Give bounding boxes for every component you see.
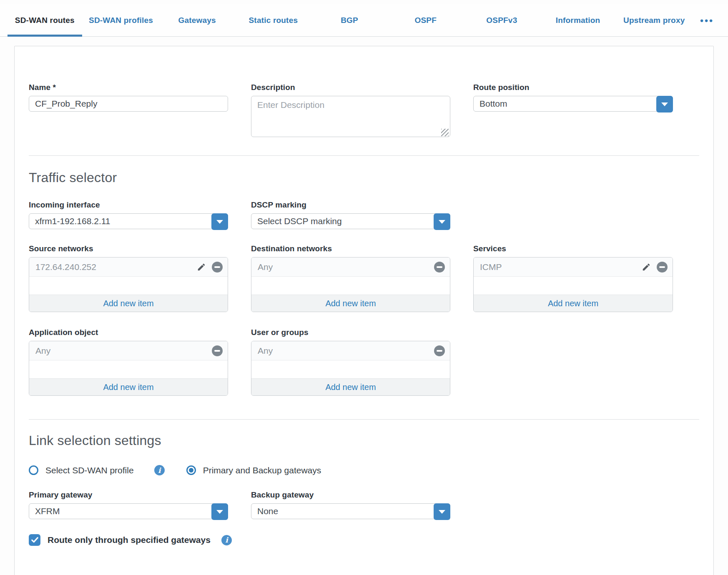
route-position-select[interactable]: Bottom [473, 96, 673, 112]
tab-bgp[interactable]: BGP [311, 4, 388, 36]
more-tabs-ellipsis-icon[interactable]: ●●● [692, 4, 721, 36]
tab-sdwan-profiles[interactable]: SD-WAN profiles [83, 4, 159, 36]
chevron-down-icon[interactable] [656, 96, 673, 112]
list-item-text: Any [258, 346, 273, 356]
list-empty-area [29, 277, 228, 295]
name-input[interactable] [29, 96, 228, 112]
description-label: Description [251, 83, 450, 92]
route-editor-card: Name * Description Route position Bottom… [14, 46, 714, 575]
description-field-group: Description [251, 83, 450, 139]
name-label: Name * [29, 83, 228, 92]
name-field-group: Name * [29, 83, 228, 139]
destination-networks-label: Destination networks [251, 244, 450, 253]
backup-gateway-label: Backup gateway [251, 490, 450, 500]
list-empty-area [29, 360, 228, 378]
chevron-down-icon[interactable] [211, 213, 228, 230]
list-empty-area [251, 360, 450, 378]
application-object-listbox: Any Add new item [29, 341, 228, 396]
list-item-text: ICMP [480, 262, 502, 272]
list-item: Any [251, 341, 450, 360]
radio-selected-icon[interactable] [186, 465, 196, 475]
list-item-text: 172.64.240.252 [35, 262, 96, 272]
info-icon[interactable] [221, 535, 232, 545]
source-networks-field-group: Source networks 172.64.240.252 Add new i… [29, 244, 228, 312]
services-field-group: Services ICMP Add new item [473, 244, 673, 312]
remove-icon[interactable] [434, 345, 445, 356]
remove-icon[interactable] [657, 262, 668, 272]
chevron-down-icon[interactable] [434, 503, 450, 520]
edit-icon[interactable] [641, 262, 651, 272]
list-item-text: Any [258, 262, 273, 272]
tab-ospf[interactable]: OSPF [387, 4, 464, 36]
route-only-checkbox-label: Route only through specified gateways [48, 535, 211, 545]
services-listbox: ICMP Add new item [473, 257, 673, 312]
section-divider [29, 155, 699, 156]
radio-select-sdwan-profile[interactable]: Select SD-WAN profile [29, 465, 134, 475]
list-item: ICMP [474, 258, 673, 277]
edit-icon[interactable] [196, 262, 206, 272]
traffic-selector-heading: Traffic selector [29, 170, 699, 185]
add-new-item-button[interactable]: Add new item [251, 295, 450, 312]
dscp-marking-value: Select DSCP marking [257, 216, 342, 226]
radio-primary-backup-gateways[interactable]: Primary and Backup gateways [186, 465, 321, 475]
application-object-field-group: Application object Any Add new item [29, 328, 228, 396]
destination-networks-field-group: Destination networks Any Add new item [251, 244, 450, 312]
section-divider [29, 419, 699, 420]
backup-gateway-value: None [257, 506, 278, 516]
backup-gateway-select[interactable]: None [251, 503, 450, 519]
tab-bar: SD-WAN routes SD-WAN profiles Gateways S… [0, 4, 728, 37]
info-icon[interactable] [154, 465, 165, 475]
chevron-down-icon[interactable] [211, 503, 228, 520]
list-item: Any [251, 258, 450, 277]
primary-gateway-select[interactable]: XFRM [29, 503, 228, 519]
radio-unselected-icon[interactable] [29, 465, 38, 475]
remove-icon[interactable] [434, 262, 445, 272]
backup-gateway-field-group: Backup gateway None [251, 490, 450, 519]
checkmark-icon [31, 537, 38, 543]
source-networks-listbox: 172.64.240.252 Add new item [29, 257, 228, 312]
tab-ospfv3[interactable]: OSPFv3 [464, 4, 540, 36]
incoming-interface-value: xfrm1-192.168.2.11 [35, 216, 110, 226]
description-textarea[interactable] [251, 96, 450, 137]
primary-gateway-field-group: Primary gateway XFRM [29, 490, 228, 519]
source-networks-label: Source networks [29, 244, 228, 253]
radio-primary-backup-gateways-label: Primary and Backup gateways [203, 465, 321, 475]
remove-icon[interactable] [212, 345, 223, 356]
tab-gateways[interactable]: Gateways [159, 4, 235, 36]
link-selection-heading: Link selection settings [29, 433, 699, 448]
user-or-groups-label: User or groups [251, 328, 450, 337]
dscp-marking-label: DSCP marking [251, 200, 450, 210]
add-new-item-button[interactable]: Add new item [29, 295, 228, 312]
dscp-marking-field-group: DSCP marking Select DSCP marking [251, 200, 450, 229]
primary-gateway-value: XFRM [35, 506, 60, 516]
radio-select-sdwan-profile-label: Select SD-WAN profile [45, 465, 134, 475]
destination-networks-listbox: Any Add new item [251, 257, 450, 312]
incoming-interface-label: Incoming interface [29, 200, 228, 210]
user-or-groups-field-group: User or groups Any Add new item [251, 328, 450, 396]
chevron-down-icon[interactable] [434, 213, 450, 230]
services-label: Services [473, 244, 673, 253]
route-position-label: Route position [473, 83, 673, 92]
list-item: Any [29, 341, 228, 360]
list-empty-area [251, 277, 450, 295]
route-position-value: Bottom [479, 99, 507, 109]
incoming-interface-field-group: Incoming interface xfrm1-192.168.2.11 [29, 200, 228, 229]
list-item-text: Any [35, 346, 50, 356]
add-new-item-button[interactable]: Add new item [251, 378, 450, 395]
list-item: 172.64.240.252 [29, 258, 228, 277]
user-or-groups-listbox: Any Add new item [251, 341, 450, 396]
tab-upstream-proxy[interactable]: Upstream proxy [616, 4, 692, 36]
tab-information[interactable]: Information [540, 4, 616, 36]
tab-static-routes[interactable]: Static routes [235, 4, 311, 36]
incoming-interface-select[interactable]: xfrm1-192.168.2.11 [29, 213, 228, 229]
primary-gateway-label: Primary gateway [29, 490, 228, 500]
add-new-item-button[interactable]: Add new item [474, 295, 673, 312]
list-empty-area [474, 277, 673, 295]
route-position-field-group: Route position Bottom [473, 83, 673, 139]
tab-sdwan-routes[interactable]: SD-WAN routes [7, 4, 83, 36]
application-object-label: Application object [29, 328, 228, 337]
dscp-marking-select[interactable]: Select DSCP marking [251, 213, 450, 229]
route-only-checkbox[interactable] [29, 534, 40, 546]
remove-icon[interactable] [212, 262, 223, 272]
add-new-item-button[interactable]: Add new item [29, 378, 228, 395]
